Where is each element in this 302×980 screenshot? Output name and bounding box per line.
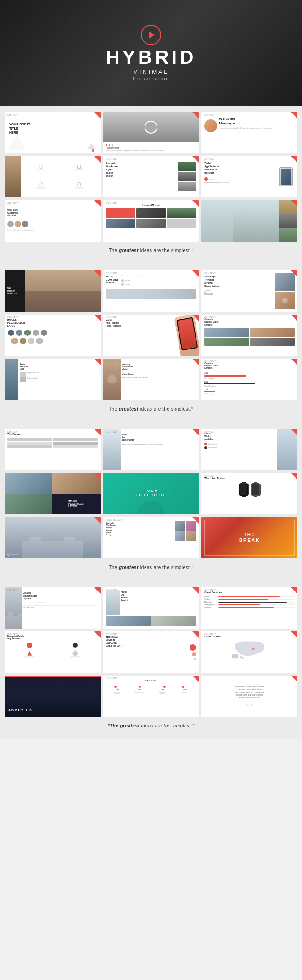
timeline-text-3: Event three description	[157, 692, 168, 694]
slide-person-text-card[interactable]: Dev Winter GenerallyWords takesa lot oft…	[103, 359, 199, 400]
slide-about-us-card[interactable]: ABOUT US	[5, 676, 101, 717]
slide-quote-card[interactable]: OUR IDEA IS TO CONNECT TO PEOPLE,TO INTE…	[201, 676, 297, 717]
seeing-text: SEEINGISBELIEVING	[204, 290, 274, 295]
bar1-label: First category	[204, 377, 295, 379]
red-corner-icon	[94, 200, 101, 207]
slide-1-title: YOUR GREATTITLEHERE	[9, 122, 98, 135]
slide-testimonial-card[interactable]: CONTENT " What SaysCustomersabout us Tex…	[5, 200, 101, 242]
red-corner-icon	[94, 156, 101, 163]
quote-slide-text: OUR IDEA IS TO CONNECT TO PEOPLE,TO INTE…	[234, 686, 265, 700]
slide-building-card[interactable]: View details	[5, 517, 101, 558]
latest-works-title: Latest Works	[106, 204, 196, 207]
red-corner-icon	[291, 112, 297, 118]
slide-teal-card[interactable]: YOURTITLE HERE	[103, 473, 199, 514]
slide-partners-card[interactable]: CONTENT The Partners	[5, 429, 101, 470]
timeline-text-1: Event one description	[112, 692, 123, 694]
slide-portrait-card[interactable]: Pablo Winter In this section we write ab…	[103, 112, 199, 153]
red-corner-icon	[94, 359, 101, 365]
red-corner-icon	[94, 270, 101, 277]
red-corner-icon	[192, 112, 199, 118]
building-layout-title: CreativeMinimal SlidesLayouts	[23, 592, 98, 600]
red-corner-icon	[291, 315, 297, 321]
slide-barchart-card[interactable]: CONTENT CreativeMinimal SlidesLayouts 46…	[201, 359, 297, 400]
slide-about-project-card[interactable]: CONTENT AboutOurRecentProject	[103, 587, 199, 629]
teal-title: YOURTITLE HERE	[136, 489, 167, 497]
barchart-title: CreativeMinimal SlidesLayouts	[204, 362, 295, 369]
service-label-1: Design	[204, 596, 217, 597]
slide-mobile-features-card[interactable]: CONTENT Exclusive MobileApp Features	[5, 631, 101, 673]
slide-label: CONTENT	[7, 633, 19, 636]
timeline-year-3: 1998	[161, 689, 164, 691]
bar2-label: Second category	[204, 385, 295, 387]
slide-title-card[interactable]: CONTENT YOUR GREATTITLEHERE	[5, 112, 101, 153]
slide-tablet-card[interactable]: CONTENT TabletApp Featuresavailable inth…	[201, 156, 297, 197]
slide-row-s3-2: IMAGESPLACEHOLDERLAYOUT YOURTITLE HERE	[5, 473, 297, 514]
welcome-title: WelcomeMessage	[219, 117, 295, 125]
slide-great-services-card[interactable]: CONTENT Great Services Design Strategy M…	[201, 587, 297, 629]
slide-label: Dev Winter	[106, 360, 121, 363]
testimonial-title: What SaysCustomersabout us	[7, 209, 98, 217]
timeline-text-4: Event four	[179, 692, 190, 694]
logo-icon	[141, 25, 161, 45]
slide-text-images-row-card[interactable]: PREV DESIGN GenerallyWords takea lot oft…	[103, 517, 199, 558]
usa-map-title: United States	[204, 635, 295, 638]
slides-section-2: OurMissionAbout Us CONTENT TITLECOMPANYV…	[0, 264, 302, 422]
timeline-text-2: Event two description	[134, 692, 145, 694]
slide-label: CONTENT	[204, 316, 216, 319]
pablo-text: In this section we write about the perso…	[106, 150, 196, 152]
slide-break-card[interactable]: THEBREAK	[201, 517, 297, 558]
service-label-3: Marketing	[204, 601, 217, 603]
slide-icons-card[interactable]	[5, 156, 101, 197]
slide-label: CONTENT	[7, 360, 19, 363]
slide-label: CONTENT	[7, 431, 19, 433]
slide-usa-map-card[interactable]: CONTENT United States	[201, 631, 297, 673]
bar3-label: Third category	[204, 393, 295, 395]
building-layout-text: In this section we write about the slide	[23, 602, 98, 604]
slide-welcome-card[interactable]: CONTENT WelcomeMessage In this section w…	[201, 112, 297, 153]
quote-2: The greatest ideas are the simplest.*	[5, 403, 297, 416]
timeline-year-2: 1984	[138, 689, 142, 691]
slide-blog-card[interactable]: CONTENT PostsFrom theBlog Blog post titl…	[5, 359, 101, 400]
slide-trending-card[interactable]: CONTENT TRENDINGMINIMALLAYOUTSEASY TO ED…	[103, 631, 199, 673]
red-corner-icon	[192, 156, 199, 163]
slide-watch-card[interactable]: CONTENT Watch App Mockup	[201, 473, 297, 514]
slide-text-image-card[interactable]: CONTENT GenerallyWords takea greatdeal o…	[103, 156, 199, 197]
red-corner-icon	[94, 315, 101, 321]
blog-title: PostsFrom theBlog	[20, 363, 98, 370]
slide-building-layout-card[interactable]: CONTENT CreativeMinimal SlidesLayouts In…	[5, 587, 101, 629]
slide-vision-card[interactable]: CONTENT TITLECOMPANYVISION In this secti…	[103, 270, 199, 312]
person-text-title: GenerallyWords takesa lot oftime anoffic…	[122, 363, 196, 375]
slide-hexgrid-card[interactable]: CONTENT IMAGESPLACEHOLDERLAYOUT	[5, 315, 101, 356]
timeline-title: TIMELINE	[106, 679, 196, 682]
red-corner-icon	[192, 315, 199, 321]
slide-label: CONTENT	[106, 202, 117, 204]
slide-row-s4-1: CONTENT CreativeMinimal SlidesLayouts In…	[5, 587, 297, 629]
slide-images-layout-card[interactable]: IMAGESPLACEHOLDERLAYOUT	[5, 473, 101, 514]
hexgrid-title: IMAGESPLACEHOLDERLAYOUT	[7, 318, 98, 327]
slide-label: CONTENT	[7, 202, 19, 204]
red-corner-icon	[291, 156, 297, 163]
slide-label: CONTENT	[204, 360, 216, 363]
mission-title: OurMissionAbout Us	[7, 287, 22, 295]
slide-row-s2-1: OurMissionAbout Us CONTENT TITLECOMPANYV…	[5, 270, 297, 312]
slide-wedesign-card[interactable]: CONTENT We DesignTrendingMinimalPresenta…	[201, 270, 297, 312]
red-corner-icon	[94, 587, 101, 594]
slide-latest-works-card[interactable]: CONTENT Latest Works	[103, 200, 199, 242]
mobile-features-title: Exclusive MobileApp Features	[7, 635, 98, 640]
slide-row-1: CONTENT YOUR GREATTITLEHERE	[5, 112, 297, 153]
slide-mission-card[interactable]: OurMissionAbout Us	[5, 270, 101, 312]
red-corner-icon	[291, 200, 297, 207]
partners-title: The Partners	[7, 433, 98, 435]
slide-timeline-card[interactable]: CONTENT TIMELINE 1978 1984 1998	[103, 676, 199, 717]
quote-1: The greatest ideas are the simplest.*	[5, 244, 297, 258]
slide-photocollage2-card[interactable]: CONTENT CreativeMinimal SlidesLayouts	[201, 315, 297, 356]
service-label-4: Development	[204, 604, 217, 606]
slide-label: CONTENT	[106, 316, 117, 319]
slide-latestworks-card[interactable]: CONTENT LatestWorksavailable Work item o…	[201, 429, 297, 470]
red-corner-icon	[291, 631, 297, 638]
play-icon	[149, 31, 155, 39]
red-corner-icon	[291, 676, 297, 682]
slide-meet-card[interactable]: CONTENT MeetOurPablo Winter In this sect…	[103, 429, 199, 470]
slide-persons-card[interactable]	[201, 200, 297, 242]
slide-mobile-mockup-card[interactable]: CONTENT MobileApp FeaturesHand - Mockup	[103, 315, 199, 356]
